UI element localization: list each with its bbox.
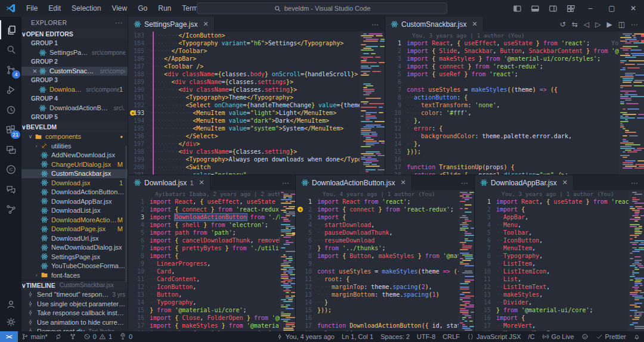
open-editor-item[interactable]: ✕CustomSnackbar.jsxsrc\compo... (21, 67, 128, 76)
close-icon[interactable]: ✕ (199, 179, 205, 186)
status-remote-indicator[interactable]: >< (0, 331, 18, 342)
tree-file[interactable]: SettingsPage.jsx (21, 252, 128, 262)
minimap[interactable] (619, 32, 644, 175)
timeline-item[interactable]: Use animation to hide current a... (21, 318, 128, 327)
code-area[interactable]: You, 4 years ago | 1 author (You)1import… (296, 190, 459, 331)
activity-accounts[interactable] (0, 294, 21, 313)
activity-run-and-debug[interactable] (0, 80, 21, 100)
status-commit-info[interactable]: You, 4 years ago (273, 331, 338, 342)
timeline-header[interactable]: ∨TIMELINECustomSnackbar.jsx (21, 280, 128, 290)
tab-custom-snackbar[interactable]: CustomSnackbar.jsx✕ (385, 17, 484, 32)
activity-console-ninja[interactable]: /C (0, 160, 21, 179)
tree-file[interactable]: DownloadList.jsx (21, 206, 128, 216)
tree-file[interactable]: DownloadMoreActions.jsxM (21, 215, 128, 225)
status-indentation[interactable]: Spaces: 2 (377, 331, 413, 342)
toggle-secondary-sidebar-icon[interactable] (544, 0, 562, 17)
menu-go[interactable]: Go (132, 0, 153, 17)
tree-file[interactable]: DownloadPage.jsxM (21, 225, 128, 234)
open-editors-header[interactable]: ∨OPEN EDITORS (21, 29, 128, 39)
activity-share[interactable] (0, 200, 21, 219)
tree-file[interactable]: AddNewDownload.jsx (21, 151, 128, 160)
code-area[interactable]: Ayibatari Ibaba, 2 years ago | 2 authors… (128, 190, 280, 331)
minimap[interactable] (459, 190, 474, 331)
more-actions-icon[interactable]: ··· (631, 179, 638, 187)
compare-changes-icon[interactable]: ⇆ (572, 20, 578, 29)
tree-file[interactable]: DownloadAppBar.jsx (21, 197, 128, 206)
status-language-mode[interactable]: JavaScript JSX (463, 331, 525, 342)
activity-search[interactable] (0, 41, 21, 60)
lightbulb-icon[interactable] (298, 207, 303, 212)
open-editor-item[interactable]: Download.jsxsrc\compone...1 (21, 85, 128, 95)
tree-file[interactable]: DownloadActionButton.jsx (21, 188, 128, 197)
activity-comments[interactable] (0, 180, 21, 199)
minimap[interactable] (360, 32, 385, 175)
tab-download[interactable]: Download.jsx1✕ (128, 175, 210, 190)
tree-file[interactable]: Download.jsx1 (21, 178, 128, 188)
close-icon[interactable]: ✕ (472, 20, 477, 28)
next-change-icon[interactable]: ▷ (595, 20, 600, 29)
tab-settings-page[interactable]: SettingsPage.jsx✕ (128, 17, 215, 32)
code-area[interactable]: 183········</IconButton>184········<Typo… (128, 32, 360, 175)
menu-run[interactable]: Run (153, 0, 177, 17)
status-encoding[interactable]: UTF-8 (413, 331, 439, 342)
open-editor-item[interactable]: SettingsPage.jsxsrc\components (21, 48, 128, 58)
more-actions-icon[interactable]: ··· (282, 179, 289, 187)
status-prettier[interactable]: Prettier (592, 331, 630, 342)
more-actions-icon[interactable]: ··· (461, 179, 468, 187)
status-ports[interactable]: 0 (116, 331, 136, 342)
status-problems[interactable]: 01 (80, 331, 116, 342)
timeline-item[interactable]: Take response callback instead ... (21, 309, 128, 318)
tree-file[interactable]: YouTubeChooseFormat.jsx (21, 262, 128, 271)
previous-change-icon[interactable]: ◁ (584, 20, 589, 29)
history-icon[interactable]: ↺ (560, 20, 566, 29)
lightbulb-icon[interactable] (130, 110, 135, 116)
minimize-button[interactable]: – (580, 0, 601, 17)
maximize-button[interactable]: ▢ (601, 0, 623, 17)
minimap[interactable] (628, 190, 644, 331)
tree-file[interactable]: CustomSnackbar.jsx (21, 169, 128, 179)
tab-download-action-button[interactable]: DownloadActionButton.jsx✕ (296, 175, 412, 190)
menu-file[interactable]: File (21, 0, 43, 17)
tab-download-app-bar[interactable]: DownloadAppBar.jsx✕ (475, 175, 574, 190)
toggle-panel-icon[interactable] (526, 0, 544, 17)
close-button[interactable]: ✕ (623, 0, 644, 17)
status-sync-changes[interactable] (51, 331, 66, 342)
close-icon[interactable]: ✕ (400, 179, 405, 186)
timeline-item[interactable]: Send "timeout" response fro...3 yrs (21, 290, 128, 300)
project-header[interactable]: ∨BEVELDM (21, 122, 128, 132)
code-area[interactable]: You, 3 years ago | 1 author (You)1import… (475, 190, 628, 331)
more-actions-icon[interactable]: ··· (371, 20, 379, 29)
tree-folder[interactable]: ›font-faces (21, 271, 128, 280)
customize-layout-icon[interactable] (562, 0, 580, 17)
activity-timeline-clock[interactable] (0, 100, 21, 119)
status-git-branch[interactable]: main* (18, 331, 51, 342)
split-editor-icon[interactable]: ◫ (618, 20, 625, 29)
open-editor-item[interactable]: DownloadActionButton.jsxsrc\... (21, 104, 128, 113)
activity-explorer[interactable] (0, 20, 21, 39)
close-icon[interactable]: ✕ (562, 179, 568, 186)
tree-folder[interactable]: ∨components● (21, 132, 128, 142)
more-actions-icon[interactable]: ··· (631, 20, 638, 29)
activity-extensions[interactable]: 21 (0, 120, 21, 139)
tree-file[interactable]: NewDownloadDialog.jsx (21, 243, 128, 253)
activity-settings[interactable] (0, 312, 21, 331)
status-feedback[interactable] (578, 331, 592, 342)
timeline-item[interactable]: Use single object parameter for... (21, 299, 128, 309)
status-go-live[interactable]: Go Live (538, 331, 578, 342)
code-area[interactable]: You, 3 years ago | 1 author (You)1import… (385, 32, 619, 175)
close-icon[interactable]: ✕ (203, 20, 208, 28)
tree-folder[interactable]: ›utilities (21, 141, 128, 151)
activity-source-control[interactable]: 4 (0, 60, 21, 79)
menu-edit[interactable]: Edit (43, 0, 66, 17)
run-icon[interactable]: ▶ (606, 20, 612, 29)
timeline-item[interactable]: Remove root divTari Ibaba (21, 327, 128, 332)
status-cursor-position[interactable]: Ln 1, Col 1 (338, 331, 377, 342)
tree-file[interactable]: ChangeUrlDialog.jsxM (21, 160, 128, 169)
sidebar-scrollbar[interactable] (125, 145, 127, 282)
tree-file[interactable]: DownloadUrl.jsx (21, 234, 128, 243)
activity-remote-explorer[interactable] (0, 140, 21, 159)
toggle-sidebar-icon[interactable] (508, 0, 526, 17)
status-console-ninja[interactable]: /C (525, 331, 538, 342)
status-gitlens-compare[interactable] (66, 331, 80, 342)
menu-selection[interactable]: Selection (66, 0, 106, 17)
